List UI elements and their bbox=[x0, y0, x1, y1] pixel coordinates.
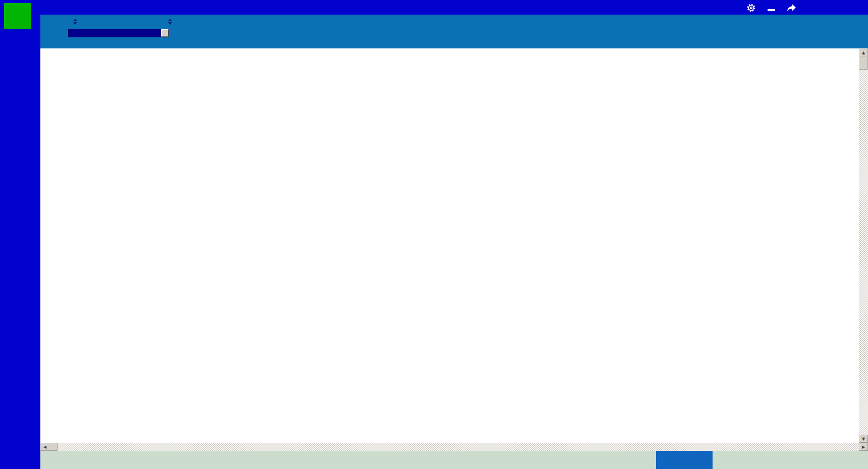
vertical-scroll-track[interactable] bbox=[859, 56, 868, 435]
total-count-badge bbox=[656, 451, 713, 469]
results-grid: ▲ ▼ bbox=[40, 48, 868, 443]
sidebar bbox=[0, 15, 40, 469]
max-pages-spinner[interactable] bbox=[168, 19, 172, 25]
horizontal-scroll-track[interactable] bbox=[58, 443, 859, 451]
grid-header bbox=[40, 48, 859, 60]
keyword-input-button[interactable] bbox=[161, 29, 169, 37]
minimize-button[interactable] bbox=[765, 2, 777, 14]
scroll-down-icon[interactable]: ▼ bbox=[859, 435, 868, 443]
horizontal-scrollbar[interactable]: ◀ ▶ bbox=[40, 443, 868, 451]
spinner-down-icon[interactable] bbox=[168, 22, 172, 25]
exit-arrow-icon[interactable] bbox=[785, 2, 797, 14]
scroll-left-icon[interactable]: ◀ bbox=[40, 443, 49, 451]
statusbar bbox=[40, 451, 868, 469]
scroll-right-icon[interactable]: ▶ bbox=[859, 443, 868, 451]
vertical-scrollbar[interactable]: ▲ ▼ bbox=[859, 48, 868, 443]
horizontal-scroll-thumb[interactable] bbox=[49, 443, 58, 451]
pagination bbox=[722, 451, 766, 469]
settings-gear-icon[interactable] bbox=[745, 2, 757, 14]
toolbar bbox=[40, 15, 868, 39]
spinner-down-icon[interactable] bbox=[73, 22, 77, 25]
titlebar bbox=[0, 0, 868, 15]
scroll-up-icon[interactable]: ▲ bbox=[859, 48, 868, 56]
vertical-scroll-thumb[interactable] bbox=[859, 56, 868, 70]
spinner-up-icon[interactable] bbox=[168, 19, 172, 21]
wait-time-spinner[interactable] bbox=[73, 19, 77, 25]
tabstrip bbox=[40, 39, 868, 48]
spinner-up-icon[interactable] bbox=[73, 19, 77, 21]
app-logo bbox=[4, 3, 31, 29]
keyword-input[interactable] bbox=[68, 29, 169, 37]
app-window: ▲ ▼ ◀ ▶ bbox=[0, 0, 868, 469]
